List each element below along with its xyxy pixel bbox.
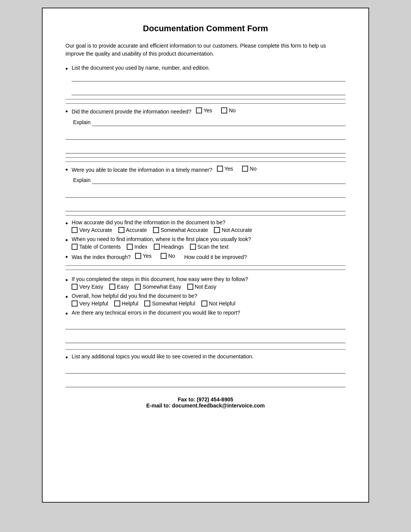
index-text: Was the index thorough?	[72, 254, 131, 260]
tech-errors-line-2[interactable]	[65, 335, 346, 343]
somewhat-helpful-option: Somewhat Helpful	[144, 300, 195, 307]
list-item-accuracy: • How accurate did you find the informat…	[65, 219, 346, 233]
list-item-document: • List the document you used by name, nu…	[65, 65, 346, 95]
helpful-text: Overall, how helpful did you find the do…	[72, 293, 197, 299]
somewhat-accurate-label: Somewhat Accurate	[161, 227, 208, 233]
bullet-icon-8: •	[65, 293, 68, 302]
first-place-checkboxes: Table of Contents Index Headings Scan th…	[72, 244, 346, 250]
list-item-info-provided: • Did the document provide the informati…	[65, 107, 346, 116]
tech-errors-line-1[interactable]	[65, 321, 346, 329]
somewhat-accurate-option: Somewhat Accurate	[153, 227, 208, 233]
headings-option: Headings	[154, 244, 184, 250]
list-item-first-place: • When you need to find information, whe…	[65, 236, 346, 250]
headings-checkbox[interactable]	[154, 244, 160, 250]
footer-email: E-mail to: document.feedback@intervoice.…	[65, 403, 346, 409]
separator-8	[65, 349, 346, 350]
footer: Fax to: (972) 454-8905 E-mail to: docume…	[65, 396, 346, 409]
no-checkbox-2[interactable]	[242, 166, 248, 172]
not-accurate-label: Not Accurate	[221, 227, 252, 233]
not-easy-checkbox[interactable]	[187, 284, 193, 290]
index-option: Index	[127, 244, 147, 250]
locate-content: Were you able to locate the information …	[72, 166, 346, 173]
bullet-icon-10: •	[65, 354, 68, 362]
toc-checkbox[interactable]	[72, 244, 78, 250]
very-accurate-option: Very Accurate	[72, 227, 112, 233]
no-checkbox-3[interactable]	[161, 253, 167, 259]
list-item-steps: • If you completed the steps in this doc…	[65, 276, 346, 290]
accuracy-text: How accurate did you find the informatio…	[72, 219, 225, 225]
helpful-content: Overall, how helpful did you find the do…	[72, 293, 346, 307]
separator-7	[65, 270, 346, 270]
not-helpful-checkbox[interactable]	[201, 300, 207, 307]
somewhat-helpful-checkbox[interactable]	[144, 300, 150, 307]
very-easy-checkbox[interactable]	[72, 284, 78, 290]
bullet-icon-4: •	[65, 220, 68, 228]
easy-option: Easy	[109, 284, 129, 290]
scan-label: Scan the text	[198, 244, 229, 250]
yes-label-2: Yes	[225, 166, 233, 172]
somewhat-easy-checkbox[interactable]	[135, 284, 141, 290]
explain-line-2: Explain	[65, 176, 346, 184]
bullet-icon-2: •	[65, 108, 68, 116]
no-label-3: No	[168, 253, 175, 259]
easy-label: Easy	[117, 284, 129, 290]
separator-2	[65, 103, 346, 104]
no-checkbox-1[interactable]	[221, 107, 227, 113]
not-accurate-checkbox[interactable]	[214, 227, 220, 233]
yes-checkbox-2[interactable]	[217, 166, 223, 172]
not-accurate-option: Not Accurate	[214, 227, 252, 233]
section-2: • If you completed the steps in this doc…	[65, 276, 346, 343]
list-item-additional: • List any additional topics you would l…	[65, 353, 346, 362]
yes-label-1: Yes	[204, 107, 212, 113]
index-checkbox[interactable]	[127, 244, 133, 250]
explain-label-2: Explain	[73, 177, 91, 183]
document-name-input[interactable]	[72, 73, 346, 81]
locate-line-2[interactable]	[65, 189, 346, 198]
footer-fax: Fax to: (972) 454-8905	[65, 396, 346, 403]
not-helpful-option: Not Helpful	[201, 300, 235, 307]
very-accurate-label: Very Accurate	[79, 227, 112, 233]
accurate-checkbox[interactable]	[118, 227, 124, 233]
helpful-label: Helpful	[122, 300, 139, 307]
toc-option: Table of Contents	[72, 244, 121, 250]
explain-input-1	[92, 118, 346, 126]
index-content: Was the index thorough? Yes No How could…	[72, 253, 346, 260]
separator-3	[65, 157, 346, 158]
scan-checkbox[interactable]	[190, 244, 196, 250]
first-place-content: When you need to find information, where…	[72, 236, 346, 250]
no-label-2: No	[250, 166, 256, 172]
info-provided-line-2[interactable]	[65, 131, 346, 140]
helpful-checkbox[interactable]	[114, 300, 120, 307]
section-3: • List any additional topics you would l…	[65, 349, 346, 387]
locate-line-3[interactable]	[65, 203, 346, 211]
list-item-locate: • Were you able to locate the informatio…	[65, 166, 346, 174]
accurate-label: Accurate	[126, 227, 147, 233]
list-document-text: List the document you used by name, numb…	[72, 65, 210, 71]
easy-checkbox[interactable]	[109, 284, 115, 290]
very-helpful-checkbox[interactable]	[72, 300, 78, 307]
very-accurate-checkbox[interactable]	[72, 227, 78, 233]
additional-line-2[interactable]	[65, 379, 346, 387]
separator-4	[65, 161, 346, 162]
not-easy-option: Not Easy	[187, 284, 217, 290]
yes-checkbox-3[interactable]	[135, 253, 141, 259]
separator-5	[65, 215, 346, 216]
form-title: Documentation Comment Form	[65, 24, 346, 34]
info-provided-line-3[interactable]	[65, 145, 346, 153]
toc-label: Table of Contents	[79, 244, 121, 250]
document-name-input-2[interactable]	[72, 87, 346, 95]
additional-line-1[interactable]	[65, 365, 346, 374]
very-easy-label: Very Easy	[79, 284, 103, 290]
explain-label-1: Explain	[73, 119, 91, 125]
form-page: Documentation Comment Form Our goal is t…	[42, 8, 369, 503]
accuracy-content: How accurate did you find the informatio…	[72, 219, 346, 233]
index-extra-text: How could it be improved?	[184, 254, 247, 260]
helpful-checkboxes: Very Helpful Helpful Somewhat Helpful No…	[72, 300, 346, 307]
bullet-icon-9: •	[65, 310, 68, 318]
yes-label-3: Yes	[143, 253, 151, 259]
steps-checkboxes: Very Easy Easy Somewhat Easy Not Easy	[72, 284, 346, 290]
somewhat-accurate-checkbox[interactable]	[153, 227, 159, 233]
not-helpful-label: Not Helpful	[209, 300, 235, 307]
yes-checkbox-1[interactable]	[196, 107, 202, 113]
locate-text: Were you able to locate the information …	[72, 167, 212, 173]
